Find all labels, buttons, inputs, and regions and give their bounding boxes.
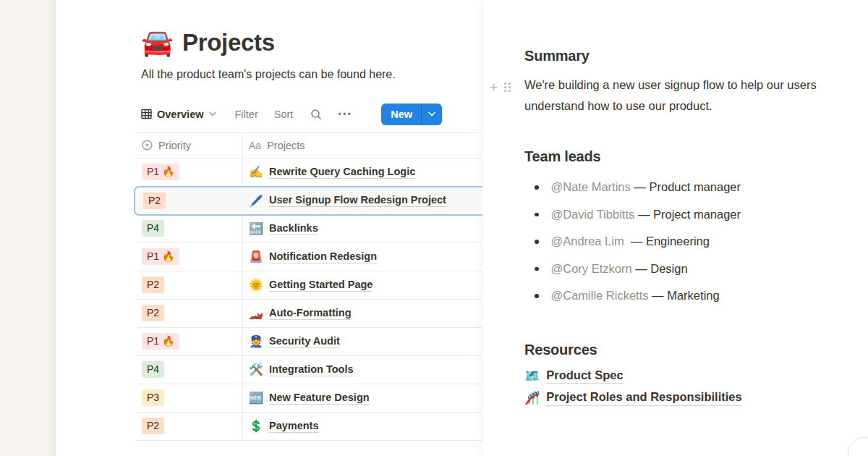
project-cell[interactable]: 🆕 New Feature Design	[243, 384, 482, 412]
user-mention[interactable]: @Cory Etzkorn	[551, 262, 632, 276]
table-row[interactable]: P4 🛠️ Integration Tools	[136, 356, 482, 384]
project-emoji-icon: 🆕	[249, 391, 263, 405]
project-cell[interactable]: 🛠️ Integration Tools	[243, 356, 482, 384]
priority-cell[interactable]: P1 🔥	[136, 243, 243, 271]
priority-cell[interactable]: P1 🔥	[136, 159, 243, 186]
page-header: 🚘 Projects	[141, 29, 482, 56]
priority-badge[interactable]: P2	[143, 193, 166, 209]
user-mention[interactable]: @Andrea Lim	[551, 235, 624, 248]
project-cell[interactable]: 🖊️ User Signup Flow Redesign Project	[242, 187, 482, 214]
table-row[interactable]: P1 🔥 👮 Security Audit	[136, 328, 482, 356]
filter-button[interactable]: Filter	[235, 109, 258, 120]
priority-cell[interactable]: P4	[136, 356, 243, 384]
bullet-icon	[535, 294, 539, 298]
project-title-link[interactable]: New Feature Design	[269, 392, 370, 405]
project-emoji-icon: 🚨	[249, 250, 263, 263]
user-mention[interactable]: @David Tibbitts	[551, 208, 635, 221]
project-title-link[interactable]: Integration Tools	[269, 363, 354, 376]
table-view-icon	[141, 109, 152, 119]
priority-badge[interactable]: P1 🔥	[142, 333, 179, 350]
priority-cell[interactable]: P2	[136, 300, 243, 327]
team-leads-heading: Team leads	[524, 148, 851, 165]
add-block-plus-icon[interactable]: +	[490, 80, 498, 94]
resource-link[interactable]: 🎢 Project Roles and Responsibilities	[524, 390, 851, 406]
priority-badge[interactable]: P3	[142, 389, 164, 406]
project-cell[interactable]: 🔙 Backlinks	[243, 215, 482, 242]
table-row[interactable]: P2 💲 Payments	[136, 413, 482, 441]
table-row[interactable]: P3 🆕 New Feature Design	[136, 384, 482, 413]
project-emoji-icon: 💲	[249, 419, 263, 433]
block-handles: +	[490, 80, 511, 94]
bullet-icon	[535, 185, 539, 190]
project-cell[interactable]: 👮 Security Audit	[243, 328, 482, 355]
summary-text: We're building a new user signup flow to…	[524, 75, 868, 117]
table-header-row: Priority Aa Projects	[136, 132, 482, 159]
resource-label: Product Spec	[546, 368, 623, 384]
page-peek-panel: + Summary We're building a new user sign…	[482, 0, 868, 456]
app-window: 🚘 Projects All the product team's projec…	[0, 0, 868, 456]
table-row[interactable]: P1 🔥 🚨 Notification Redesign	[136, 243, 482, 271]
help-button[interactable]	[848, 437, 868, 456]
project-title-link[interactable]: Getting Started Page	[269, 279, 373, 292]
priority-badge[interactable]: P1 🔥	[142, 248, 179, 265]
priority-cell[interactable]: P2	[135, 187, 242, 214]
priority-badge[interactable]: P2	[142, 418, 164, 434]
project-cell[interactable]: 🚨 Notification Redesign	[243, 243, 482, 271]
view-label: Overview	[157, 109, 204, 120]
priority-cell[interactable]: P2	[136, 271, 243, 299]
summary-heading: Summary	[524, 48, 851, 64]
column-header-projects[interactable]: Aa Projects	[243, 133, 482, 158]
priority-badge[interactable]: P4	[142, 361, 164, 378]
page-emoji-icon[interactable]: 🚘	[141, 30, 174, 56]
priority-cell[interactable]: P2	[136, 413, 243, 440]
bullet-icon	[535, 267, 539, 271]
priority-badge[interactable]: P2	[142, 276, 164, 293]
resource-link[interactable]: 🗺️ Product Spec	[524, 368, 851, 384]
project-cell[interactable]: ✍️ Rewrite Query Caching Logic	[243, 159, 482, 186]
project-emoji-icon: ✍️	[249, 165, 263, 179]
column-label: Priority	[158, 140, 191, 151]
sort-button[interactable]: Sort	[274, 109, 294, 120]
bullet-icon	[535, 240, 539, 244]
project-title-link[interactable]: User Signup Flow Redesign Project	[269, 194, 446, 207]
project-cell[interactable]: 🌞 Getting Started Page	[243, 271, 482, 299]
project-title-link[interactable]: Security Audit	[269, 335, 340, 348]
priority-cell[interactable]: P1 🔥	[136, 328, 243, 355]
priority-badge[interactable]: P2	[142, 305, 164, 321]
resources-heading: Resources	[524, 342, 851, 358]
column-header-priority[interactable]: Priority	[136, 133, 243, 158]
more-options-button[interactable]: •••	[338, 109, 352, 119]
user-mention[interactable]: @Nate Martins	[551, 180, 631, 194]
project-cell[interactable]: 🏎️ Auto-Formatting	[243, 300, 482, 327]
priority-badge[interactable]: P4	[142, 220, 164, 237]
resources-list: 🗺️ Product Spec 🎢 Project Roles and Resp…	[524, 368, 851, 406]
priority-cell[interactable]: P4	[136, 215, 243, 242]
project-title-link[interactable]: Backlinks	[269, 222, 318, 235]
table-row[interactable]: P1 🔥 ✍️ Rewrite Query Caching Logic	[136, 159, 482, 187]
view-switcher-overview[interactable]: Overview	[141, 109, 216, 120]
drag-handle-icon[interactable]	[504, 83, 511, 92]
table-row[interactable]: P2 🌞 Getting Started Page	[136, 271, 482, 300]
new-button-label: New	[381, 104, 421, 125]
table-row[interactable]: P2 🏎️ Auto-Formatting	[136, 300, 482, 328]
table-row[interactable]: P4 🔙 Backlinks	[136, 215, 482, 243]
project-cell[interactable]: 💲 Payments	[243, 413, 482, 440]
team-role: — Engineering	[624, 235, 710, 248]
search-icon[interactable]	[310, 109, 322, 120]
table-row[interactable]: P2 🖊️ User Signup Flow Redesign Project	[134, 186, 482, 216]
projects-table: Priority Aa Projects P1 🔥 ✍️ Rewrite Que…	[136, 132, 482, 441]
project-title-link[interactable]: Payments	[269, 420, 319, 433]
project-title-link[interactable]: Notification Redesign	[269, 250, 377, 263]
priority-cell[interactable]: P3	[136, 384, 243, 412]
team-role: — Marketing	[649, 289, 720, 303]
priority-badge[interactable]: P1 🔥	[142, 164, 179, 180]
project-emoji-icon: 🌞	[249, 278, 263, 292]
new-button-chevron-down-icon[interactable]	[422, 104, 442, 125]
workspace-sidebar-edge	[0, 0, 56, 456]
user-mention[interactable]: @Camille Ricketts	[551, 289, 649, 303]
project-emoji-icon: 🛠️	[249, 363, 263, 376]
new-button[interactable]: New	[381, 104, 442, 125]
project-title-link[interactable]: Rewrite Query Caching Logic	[269, 166, 415, 179]
project-title-link[interactable]: Auto-Formatting	[269, 307, 352, 320]
team-lead-item: @Camille Ricketts — Marketing	[524, 282, 851, 310]
